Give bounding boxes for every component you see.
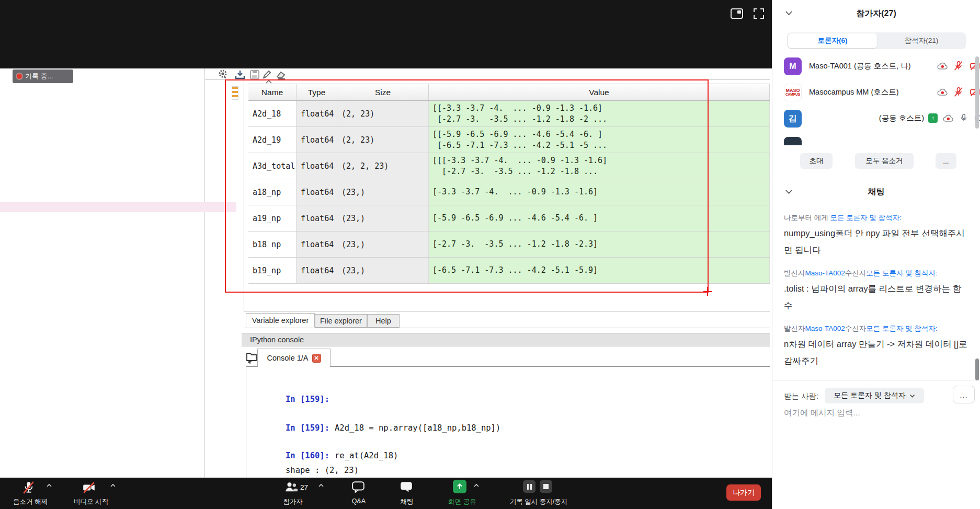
chat-more-button[interactable]: ... xyxy=(953,386,975,403)
save-icon[interactable] xyxy=(249,70,260,80)
sender-name: Maso-TA002 xyxy=(805,325,845,332)
sender-label: 발신자 xyxy=(784,269,805,277)
recording-badge-label: 기록 중... xyxy=(25,72,53,81)
value-line: [-2.7 -3. -3.5 ... -1.2 -1.8 ... xyxy=(429,166,769,177)
invite-button[interactable]: 초대 xyxy=(800,153,833,169)
leave-button[interactable]: 나가기 xyxy=(726,484,761,501)
pause-recording-icon[interactable] xyxy=(523,480,535,493)
more-options-button[interactable]: ... xyxy=(936,153,956,169)
variable-value: [[-3.3 -3.7 -4. ... -0.9 -1.3 -1.6] [-2.… xyxy=(429,101,770,126)
mute-button[interactable]: 음소거 해제 xyxy=(13,498,48,506)
erase-icon[interactable] xyxy=(275,70,287,80)
record-controls-label: 기록 일시 중지/중지 xyxy=(510,498,567,506)
avatar: 김 xyxy=(784,110,802,128)
view-layout-icon[interactable] xyxy=(730,7,744,20)
fullscreen-icon[interactable] xyxy=(752,7,766,20)
value-line: [-2.7 -3. -3.5 ... -1.2 -1.8 -2.3] xyxy=(429,239,769,250)
share-caret-icon[interactable] xyxy=(473,483,480,488)
value-line: [-6.5 -7.1 -7.3 ... -4.2 -5.1 -5 ... xyxy=(429,140,769,151)
tab-attendees[interactable]: 참석자(21) xyxy=(878,33,965,48)
variable-value: [-2.7 -3. -3.5 ... -1.2 -1.8 -2.3] xyxy=(429,232,770,257)
participant-row[interactable]: 김 (공동 호스트) ↑ xyxy=(772,110,980,133)
chat-scrollbar[interactable] xyxy=(975,358,979,380)
variable-row[interactable]: A3d_total float64 (2, 2, 23) [[[-3.3 -3.… xyxy=(248,153,770,179)
console-prompt: In [159]: xyxy=(286,395,329,404)
variable-row[interactable]: b19_np float64 (23,) [-6.5 -7.1 -7.3 ...… xyxy=(248,258,770,284)
console-browse-icon[interactable] xyxy=(246,351,257,364)
settings-icon[interactable] xyxy=(218,70,229,80)
variable-size: (2, 23) xyxy=(337,127,429,153)
microphone-muted-icon[interactable] xyxy=(22,480,36,495)
variable-type: float64 xyxy=(297,101,337,126)
video-off-icon[interactable] xyxy=(82,481,96,494)
variable-type: float64 xyxy=(297,258,337,283)
chevron-down-icon xyxy=(909,394,915,398)
stop-recording-icon[interactable] xyxy=(540,480,552,493)
mic-on-icon[interactable] xyxy=(959,113,968,123)
column-header-value[interactable]: Value xyxy=(429,84,770,100)
variable-row[interactable]: a18_np float64 (23,) [-3.3 -3.7 -4. ... … xyxy=(248,179,770,205)
variable-row[interactable]: A2d_19 float64 (2, 23) [[-5.9 -6.5 -6.9 … xyxy=(248,127,770,153)
share-screen-button[interactable]: 화면 공유 xyxy=(448,498,476,506)
mic-muted-icon[interactable] xyxy=(953,61,964,71)
participant-name: (공동 호스트) xyxy=(851,113,924,123)
video-options-caret-icon[interactable] xyxy=(110,483,116,488)
participant-name: Masocampus MM (호스트) xyxy=(809,87,899,97)
pane-scroll-handle[interactable] xyxy=(232,86,238,100)
variable-size: (2, 23) xyxy=(337,101,429,126)
column-header-name[interactable]: Name xyxy=(248,84,297,100)
tab-help[interactable]: Help xyxy=(367,314,400,328)
zoom-webinar-window: 기록 중... xyxy=(0,0,980,509)
value-line: [-2.7 -3. -3.5 ... -1.2 -1.8 -2 ... xyxy=(429,114,769,125)
promoted-badge-icon: ↑ xyxy=(928,113,938,123)
participants-button[interactable]: 참가자 xyxy=(283,498,303,506)
tab-panelists[interactable]: 토론자(6) xyxy=(788,33,877,48)
ipython-console-panel-header: IPython console xyxy=(242,333,770,346)
variable-pane-border xyxy=(244,79,244,311)
tab-variable-explorer[interactable]: Variable explorer xyxy=(246,313,315,328)
share-screen-icon[interactable] xyxy=(453,480,466,493)
console-close-icon[interactable]: ✕ xyxy=(312,354,321,363)
chat-button[interactable]: 채팅 xyxy=(401,498,414,506)
mic-muted-icon[interactable] xyxy=(953,87,964,97)
value-line: [[-5.9 -6.5 -6.9 ... -4.6 -5.4 -6. ] xyxy=(429,129,769,140)
start-video-button[interactable]: 비디오 시작 xyxy=(74,498,108,506)
variable-name: b19_np xyxy=(248,258,297,283)
chat-message-body: .tolist : 넘파이의 array를 리스트로 변경하는 함수 xyxy=(784,280,968,314)
tab-file-explorer[interactable]: File explorer xyxy=(315,314,367,328)
avatar xyxy=(784,137,802,145)
participants-caret-icon[interactable] xyxy=(318,483,324,488)
participants-scrollbar[interactable] xyxy=(975,56,979,129)
import-data-icon[interactable] xyxy=(234,70,246,80)
variable-row[interactable]: b18_np float64 (23,) [-2.7 -3. -3.5 ... … xyxy=(248,232,770,258)
console-tab-label: Console 1/A xyxy=(267,354,309,362)
qa-icon[interactable] xyxy=(351,480,365,494)
participant-row[interactable]: M Maso-TA001 (공동 호스트, 나) xyxy=(772,57,980,80)
recipient-value: 모든 토론자 및 참석자 xyxy=(834,391,906,400)
recipient-selector[interactable]: 모든 토론자 및 참석자 xyxy=(825,388,924,403)
recipient-name: 모든 토론자 및 참석자: xyxy=(866,325,938,332)
participant-row[interactable]: MASO CAMPUS Masocampus MM (호스트) xyxy=(772,84,980,107)
chat-message-input[interactable]: 여기에 메시지 입력... xyxy=(784,408,962,419)
variable-size: (23,) xyxy=(337,258,429,283)
participants-icon[interactable] xyxy=(284,480,299,494)
mute-all-button[interactable]: 모두 음소거 xyxy=(855,153,914,169)
variable-row[interactable]: a19_np float64 (23,) [-5.9 -6.5 -6.9 ...… xyxy=(248,205,770,232)
pane-divider xyxy=(204,68,205,478)
column-header-size[interactable]: Size xyxy=(337,84,429,100)
qa-button[interactable]: Q&A xyxy=(352,498,366,505)
variable-pane-bottom-border xyxy=(244,311,770,311)
chat-message-header: 발신자Maso-TA002수신자모든 토론자 및 참석자: xyxy=(784,269,968,278)
recording-cloud-icon xyxy=(942,114,954,123)
mute-options-caret-icon[interactable] xyxy=(46,483,52,488)
annotation-crosshair xyxy=(707,287,708,296)
variable-size: (2, 2, 23) xyxy=(337,153,429,179)
variable-row[interactable]: A2d_18 float64 (2, 23) [[-3.3 -3.7 -4. .… xyxy=(248,101,770,127)
recording-badge: 기록 중... xyxy=(13,70,73,83)
edit-icon[interactable] xyxy=(261,70,273,80)
column-header-type[interactable]: Type xyxy=(297,84,337,100)
value-line: [[-3.3 -3.7 -4. ... -0.9 -1.3 -1.6] xyxy=(429,103,769,114)
chat-icon[interactable] xyxy=(400,480,413,494)
recipient-label: 수신자 xyxy=(845,269,867,277)
console-tab[interactable]: Console 1/A ✕ xyxy=(257,349,331,367)
